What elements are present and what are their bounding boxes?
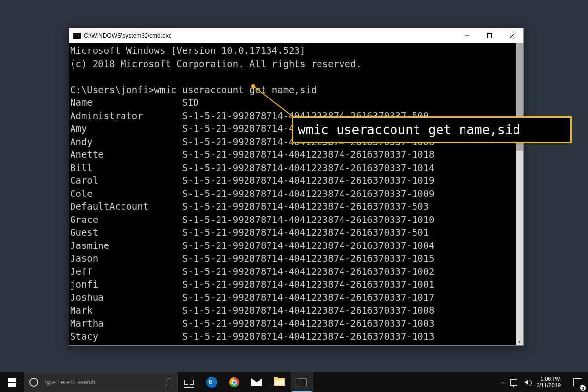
taskbar-app-file-explorer[interactable]: [268, 372, 291, 392]
cmd-app-icon: [73, 33, 81, 39]
clock-time: 1:06 PM: [537, 376, 561, 382]
cmd-icon: [297, 378, 307, 386]
cmd-window: C:\WINDOWS\system32\cmd.exe Microsoft Wi…: [69, 28, 524, 346]
vertical-scrollbar[interactable]: ▲ ▼: [516, 43, 523, 345]
taskbar-clock[interactable]: 1:06 PM 2/11/2019: [533, 376, 564, 389]
notification-count: 3: [580, 385, 586, 391]
taskbar-app-chrome[interactable]: [223, 372, 245, 392]
svg-line-5: [254, 87, 294, 118]
annotation-leader-line: [274, 86, 275, 87]
minimize-button[interactable]: [456, 28, 478, 43]
callout-text: wmic useraccount get name,sid: [298, 122, 520, 137]
system-tray: ︿ 1:06 PM 2/11/2019: [498, 372, 567, 392]
task-view-button[interactable]: [178, 372, 200, 392]
action-center-button[interactable]: 3: [567, 372, 588, 392]
taskbar-app-edge[interactable]: [200, 372, 223, 392]
search-box[interactable]: Type here to search: [24, 372, 178, 392]
windows-logo-icon: [8, 378, 16, 387]
mail-icon: [251, 378, 262, 386]
tray-overflow-button[interactable]: ︿: [501, 379, 506, 386]
window-title: C:\WINDOWS\system32\cmd.exe: [84, 32, 172, 39]
taskbar-app-mail[interactable]: [245, 372, 268, 392]
volume-icon[interactable]: [522, 380, 528, 385]
annotation-callout: wmic useraccount get name,sid: [292, 116, 572, 143]
network-icon[interactable]: [510, 379, 517, 386]
start-button[interactable]: [0, 372, 24, 392]
taskbar-app-cmd[interactable]: [291, 372, 313, 392]
svg-rect-1: [488, 34, 492, 38]
taskbar: Type here to search ︿ 1:06 PM 2/11/2019 …: [0, 372, 588, 392]
notification-icon: [573, 378, 582, 386]
clock-date: 2/11/2019: [537, 382, 561, 389]
maximize-button[interactable]: [478, 28, 501, 43]
task-view-icon: [184, 378, 194, 386]
cortana-icon: [29, 378, 38, 387]
chrome-icon: [229, 377, 239, 387]
titlebar[interactable]: C:\WINDOWS\system32\cmd.exe: [69, 28, 523, 43]
edge-icon: [206, 377, 217, 388]
microphone-icon[interactable]: [166, 378, 172, 386]
search-placeholder: Type here to search: [43, 379, 95, 386]
close-button[interactable]: [501, 28, 523, 43]
folder-icon: [274, 378, 285, 386]
scroll-down-arrow-icon[interactable]: ▼: [516, 338, 523, 345]
